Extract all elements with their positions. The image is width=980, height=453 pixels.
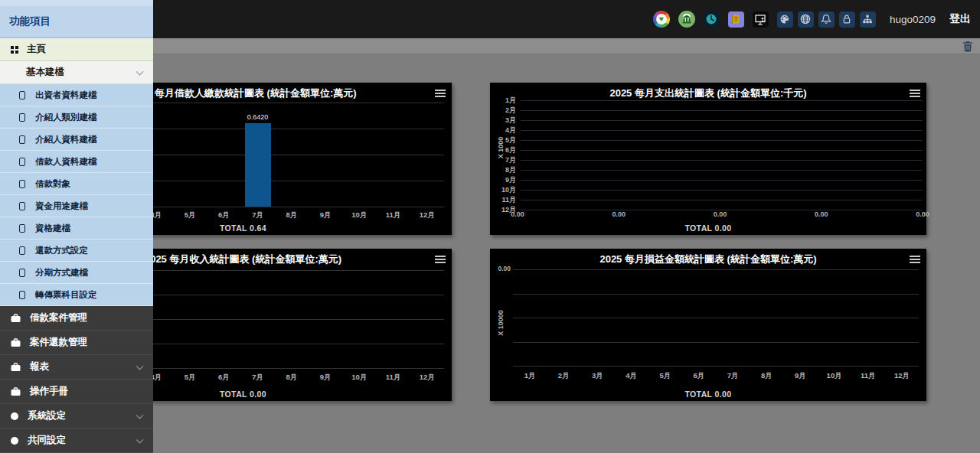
globe-icon[interactable] <box>798 11 814 28</box>
sidebar-item[interactable]: 操作手冊 <box>0 380 153 404</box>
sidebar-subitem[interactable]: 出資者資料建檔 <box>0 84 153 106</box>
sidebar-item[interactable]: 案件還款管理 <box>0 331 153 355</box>
bank-icon[interactable] <box>678 11 695 28</box>
gridline <box>521 190 923 191</box>
lock-icon[interactable] <box>839 11 855 28</box>
document-icon <box>19 113 25 122</box>
chart-panel-expenses: 2025 每月支出統計圖表 (統計金額單位:千元) X 1000 1月2月3月4… <box>490 83 926 235</box>
gridline <box>513 342 919 343</box>
x-tick-label: 9月 <box>783 371 817 381</box>
sidebar-title: 功能項目 <box>0 6 153 38</box>
sidebar-subitem-label: 介紹人資料建檔 <box>35 134 97 145</box>
document-icon <box>19 91 25 99</box>
x-tick-label: 11月 <box>377 373 410 383</box>
sidebar-item-label: 借款案件管理 <box>30 311 87 324</box>
briefcase-icon <box>11 387 21 396</box>
scroll-icon[interactable] <box>728 11 744 28</box>
briefcase-icon <box>11 314 21 323</box>
sidebar-item[interactable]: 共同設定 <box>0 429 153 453</box>
sidebar-item-label: 報表 <box>30 360 49 373</box>
x-tick-label: 8月 <box>750 371 783 381</box>
sidebar-subitem-label: 資金用途建檔 <box>35 200 88 212</box>
briefcase-icon <box>11 338 21 347</box>
sidebar-subitem-label: 資格建檔 <box>35 223 70 234</box>
chevron-down-icon <box>136 435 144 443</box>
palette-icon[interactable] <box>777 11 793 28</box>
chart-row: 8月 <box>495 165 923 175</box>
sidebar-item[interactable]: 借款案件管理 <box>0 306 153 331</box>
lottery-logo-icon[interactable]: ♥ <box>653 11 670 28</box>
trash-icon[interactable] <box>962 41 973 52</box>
heart-icon: ♥ <box>656 14 667 24</box>
chart-panel-profit-loss: 2025 每月損益金額統計圖表 (統計金額單位:萬元) 0.00 X 10000… <box>490 249 926 401</box>
chevron-down-icon <box>136 362 144 370</box>
x-tick-label: 0.00 <box>808 210 835 218</box>
y-tick-label: 11月 <box>495 195 516 205</box>
y-tick-label: 4月 <box>495 125 516 135</box>
x-tick-label: 8月 <box>275 210 309 220</box>
y-tick-label: 2月 <box>495 106 516 116</box>
sidebar-subitem[interactable]: 還款方式設定 <box>0 240 153 262</box>
clock-icon[interactable] <box>704 11 720 28</box>
gridline <box>521 130 923 131</box>
chart-row: 11月 <box>495 195 923 205</box>
x-tick-label: 5月 <box>648 371 682 381</box>
gridline <box>521 100 923 101</box>
sidebar-item[interactable]: 報表 <box>0 355 153 380</box>
sidebar-item-home[interactable]: 主頁 <box>0 38 153 61</box>
x-tick-label: 5月 <box>173 373 207 383</box>
chevron-down-icon <box>136 411 144 419</box>
sidebar-subitem[interactable]: 分期方式建檔 <box>0 262 153 284</box>
sidebar-sections: 借款案件管理案件還款管理報表操作手冊系統設定共同設定 <box>0 306 153 453</box>
sidebar-subitem-label: 介紹人類別建檔 <box>35 112 97 123</box>
y-axis-unit: X 10000 <box>497 306 505 340</box>
sidebar: 功能項目 主頁 基本建檔 出資者資料建檔介紹人類別建檔介紹人資料建檔借款人資料建… <box>0 0 153 453</box>
sidebar-subitem[interactable]: 介紹人資料建檔 <box>0 129 153 151</box>
chart-row: 9月 <box>495 175 923 185</box>
sidebar-item-label: 主頁 <box>27 43 46 56</box>
sidebar-group-basic[interactable]: 基本建檔 <box>0 61 153 84</box>
chart-row: 10月 <box>495 185 923 195</box>
sidebar-subitems: 出資者資料建檔介紹人類別建檔介紹人資料建檔借款人資料建檔借款對象資金用途建檔資格… <box>0 84 153 306</box>
x-tick-label: 6月 <box>207 373 240 383</box>
plot-area: 1月2月3月4月5月6月7月8月9月10月11月12月 <box>495 96 923 204</box>
sidebar-subitem[interactable]: 借款人資料建檔 <box>0 151 153 173</box>
gridline <box>521 110 923 111</box>
chart-row: 2月 <box>495 106 923 116</box>
sidebar-item-label: 操作手冊 <box>30 385 68 398</box>
sidebar-subitem[interactable]: 介紹人類別建檔 <box>0 106 153 129</box>
sidebar-subitem-label: 借款人資料建檔 <box>35 156 97 168</box>
bar <box>245 123 271 207</box>
x-tick-label: 12月 <box>410 210 444 220</box>
username: hugo0209 <box>890 14 936 25</box>
sidebar-subitem[interactable]: 資金用途建檔 <box>0 195 153 217</box>
sidebar-subitem-label: 分期方式建檔 <box>35 267 88 279</box>
sitemap-icon[interactable] <box>860 11 876 28</box>
presentation-icon[interactable] <box>753 11 769 28</box>
sidebar-item-label: 案件還款管理 <box>30 336 87 349</box>
x-tick-label: 10月 <box>818 371 851 381</box>
sidebar-item[interactable]: 系統設定 <box>0 404 153 429</box>
y-tick-label: 3月 <box>495 116 516 125</box>
chart-row: 3月 <box>495 116 923 125</box>
gridline <box>521 180 923 181</box>
sidebar-subitem-label: 轉傳票科目設定 <box>35 289 97 301</box>
x-tick-label: 9月 <box>309 373 342 383</box>
x-tick-label: 6月 <box>207 210 240 220</box>
chart-row: 4月 <box>495 125 923 135</box>
x-tick-label: 8月 <box>275 373 309 383</box>
sidebar-subitem[interactable]: 借款對象 <box>0 173 153 195</box>
sidebar-subitem[interactable]: 資格建檔 <box>0 217 153 240</box>
x-tick-label: 11月 <box>851 371 885 381</box>
x-tick-label: 0.00 <box>606 210 632 218</box>
sidebar-subitem[interactable]: 轉傳票科目設定 <box>0 284 153 306</box>
bell-icon[interactable] <box>818 11 835 28</box>
x-tick-label: 4月 <box>615 371 648 381</box>
sidebar-item-label: 共同設定 <box>28 434 66 447</box>
x-tick-label: 10月 <box>342 373 376 383</box>
document-icon <box>19 291 25 299</box>
chart-total: TOTAL 0.00 <box>490 223 926 233</box>
gridline <box>521 120 923 121</box>
logout-button[interactable]: 登出 <box>949 12 971 26</box>
x-tick-label: 9月 <box>309 210 342 220</box>
